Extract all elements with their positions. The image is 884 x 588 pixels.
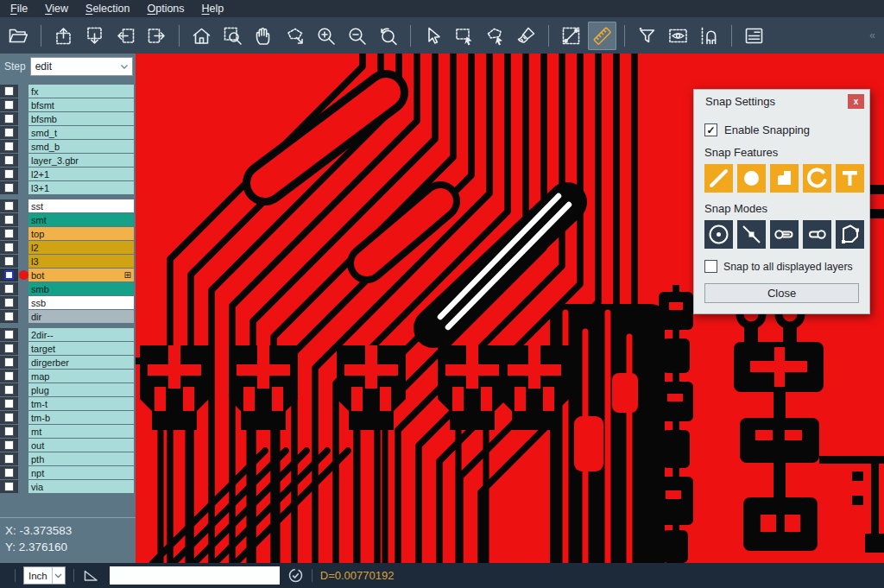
layer-visibility-checkbox[interactable]	[4, 114, 14, 123]
layer-row-l2+1[interactable]: l2+1	[0, 168, 136, 180]
layer-visibility-checkbox[interactable]	[4, 371, 14, 381]
layer-row-dirgerber[interactable]: dirgerber	[0, 356, 136, 369]
layer-row-via[interactable]: via	[0, 480, 136, 493]
snap-feature-pad-button[interactable]	[737, 164, 766, 193]
snap-mode-profile-button[interactable]	[836, 220, 864, 249]
layer-visibility-checkbox[interactable]	[4, 128, 14, 137]
layer-visibility-checkbox[interactable]	[4, 482, 14, 491]
layer-row-plug[interactable]: plug	[0, 383, 136, 396]
tool-pan-left[interactable]	[111, 22, 140, 50]
layer-row-bfsmt[interactable]: bfsmt	[0, 98, 136, 111]
enable-snapping-checkbox[interactable]: ✓	[704, 123, 717, 136]
tool-open-file[interactable]	[4, 22, 33, 50]
unit-select[interactable]: Inch	[23, 566, 66, 585]
layer-visibility-checkbox[interactable]	[4, 385, 14, 395]
layer-row-bfsmb[interactable]: bfsmb	[0, 112, 136, 125]
layer-visibility-checkbox[interactable]	[4, 270, 14, 280]
layer-visibility-checkbox[interactable]	[4, 256, 14, 266]
tool-pan-hand[interactable]	[249, 22, 278, 50]
layer-row-smt[interactable]: smt	[0, 213, 136, 226]
tool-zoom-home[interactable]	[187, 22, 216, 50]
layer-visibility-checkbox[interactable]	[4, 284, 14, 294]
layer-visibility-checkbox[interactable]	[4, 357, 14, 367]
tool-pan-up[interactable]	[49, 22, 78, 50]
tool-select-rectangle[interactable]	[450, 22, 478, 50]
snap-feature-line-button[interactable]	[704, 164, 733, 193]
snap-mode-slot-h-button[interactable]	[770, 220, 799, 249]
tool-pan-right[interactable]	[142, 22, 171, 50]
menu-selection[interactable]: Selection	[77, 2, 138, 16]
tool-display-options[interactable]	[664, 22, 692, 50]
layer-visibility-checkbox[interactable]	[4, 86, 14, 96]
layer-visibility-checkbox[interactable]	[4, 330, 14, 339]
layer-visibility-checkbox[interactable]	[4, 454, 14, 464]
layer-row-target[interactable]: target	[0, 342, 136, 355]
layer-visibility-checkbox[interactable]	[4, 344, 14, 353]
layer-row-fx[interactable]: fx	[0, 85, 136, 98]
tool-layer-panel[interactable]	[740, 22, 768, 50]
pcb-canvas[interactable]: Snap Settings x ✓ Enable Snapping Snap F…	[136, 54, 884, 563]
layer-row-npt[interactable]: npt	[0, 466, 136, 479]
layer-visibility-checkbox[interactable]	[4, 201, 14, 211]
layer-row-out[interactable]: out	[0, 439, 136, 452]
toolbar-collapse-chevron-icon[interactable]: «	[869, 29, 881, 41]
layer-row-l3+1[interactable]: l3+1	[0, 181, 136, 194]
angle-icon[interactable]	[82, 568, 100, 583]
snap-mode-slot-button[interactable]	[803, 220, 831, 249]
layer-visibility-checkbox[interactable]	[4, 183, 14, 193]
layer-row-sst[interactable]: sst	[0, 199, 136, 212]
layer-row-smd_b[interactable]: smd_b	[0, 140, 136, 153]
layer-visibility-checkbox[interactable]	[4, 243, 14, 252]
layer-visibility-checkbox[interactable]	[4, 312, 14, 321]
menu-file[interactable]: File	[2, 2, 36, 16]
dialog-title-bar[interactable]: Snap Settings x	[694, 90, 869, 113]
snap-feature-text-button[interactable]	[836, 164, 864, 193]
dialog-close-button[interactable]: x	[848, 94, 864, 109]
tool-filter[interactable]	[633, 22, 661, 50]
layer-row-dir[interactable]: dir	[0, 310, 136, 323]
step-select[interactable]: edit	[30, 57, 133, 76]
layer-row-l2[interactable]: l2	[0, 241, 136, 254]
layer-row-tm-t[interactable]: tm-t	[0, 397, 136, 410]
layer-row-2dir--[interactable]: 2dir--	[0, 328, 136, 341]
close-button[interactable]: Close	[704, 283, 859, 303]
layer-visibility-checkbox[interactable]	[4, 399, 14, 408]
layer-visibility-checkbox[interactable]	[4, 100, 14, 110]
layer-row-smb[interactable]: smb	[0, 282, 136, 295]
snap-mode-center-button[interactable]	[704, 220, 733, 249]
layer-visibility-checkbox[interactable]	[4, 298, 14, 307]
layer-visibility-checkbox[interactable]	[4, 169, 14, 179]
layer-visibility-checkbox[interactable]	[4, 215, 14, 224]
circle-check-icon[interactable]	[287, 567, 304, 584]
layer-row-smd_t[interactable]: smd_t	[0, 126, 136, 139]
layer-visibility-checkbox[interactable]	[4, 440, 14, 450]
layer-visibility-checkbox[interactable]	[4, 229, 14, 238]
tool-snap-settings[interactable]	[695, 22, 723, 50]
layer-visibility-checkbox[interactable]	[4, 155, 14, 165]
menu-options[interactable]: Options	[138, 2, 193, 16]
layer-row-ssb[interactable]: ssb	[0, 296, 136, 309]
all-layers-checkbox[interactable]: ✓	[704, 260, 717, 273]
tool-zoom-polygon[interactable]	[281, 22, 309, 50]
layer-visibility-checkbox[interactable]	[4, 413, 14, 422]
tool-pan-down[interactable]	[80, 22, 109, 50]
tool-select-pointer[interactable]	[419, 22, 447, 50]
tool-measure-distance[interactable]	[557, 22, 585, 50]
layer-row-layer_3.gbr[interactable]: layer_3.gbr	[0, 154, 136, 167]
tool-zoom-window[interactable]	[218, 22, 247, 50]
layer-row-l3[interactable]: l3	[0, 255, 136, 268]
snap-mode-nearest-button[interactable]	[737, 220, 766, 249]
tool-zoom-previous[interactable]	[374, 22, 402, 50]
layer-row-pth[interactable]: pth	[0, 452, 136, 465]
layer-visibility-checkbox[interactable]	[4, 427, 14, 436]
tool-measure-ruler[interactable]	[588, 22, 616, 50]
tool-zoom-out[interactable]	[343, 22, 371, 50]
layer-visibility-checkbox[interactable]	[4, 468, 14, 477]
menu-view[interactable]: View	[36, 2, 77, 16]
layer-row-tm-b[interactable]: tm-b	[0, 411, 136, 424]
command-input[interactable]	[110, 566, 280, 585]
tool-select-polygon[interactable]	[481, 22, 509, 50]
tool-zoom-in[interactable]	[312, 22, 340, 50]
layer-row-top[interactable]: top	[0, 227, 136, 240]
layer-visibility-checkbox[interactable]	[4, 142, 14, 151]
